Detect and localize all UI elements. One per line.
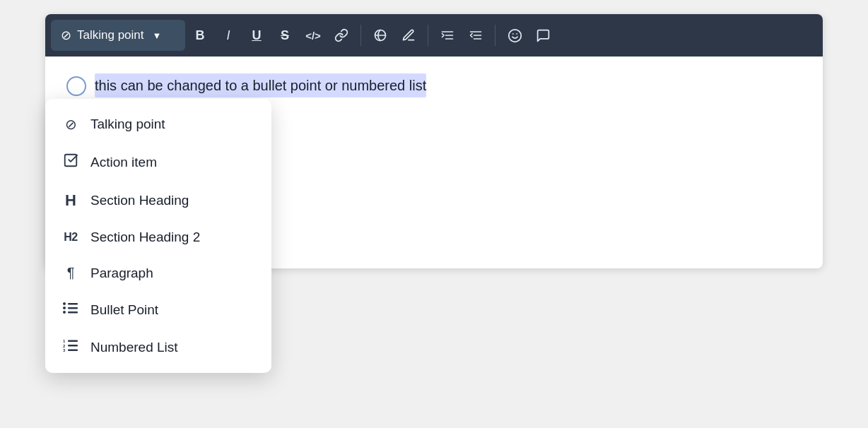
talking-point-label: Talking point [90,117,165,132]
numbered-list-label: Numbered List [90,340,178,355]
svg-rect-20 [68,345,78,347]
talking-point-menu-icon: ⊘ [61,116,81,133]
bullet-point-label: Bullet Point [90,302,158,318]
toolbar-divider-2 [428,25,428,46]
paragraph-label: Paragraph [90,266,153,281]
toolbar: ⊘ Talking point ▼ B I U S </> [45,14,823,57]
color-button[interactable] [367,22,394,49]
svg-point-13 [63,307,66,309]
svg-point-7 [508,29,521,42]
editor-line: this can be changed to a bullet point or… [66,73,802,97]
link-button[interactable] [328,22,355,49]
svg-point-15 [63,311,66,314]
svg-rect-10 [65,155,77,167]
talking-point-icon: ⊘ [61,28,71,43]
italic-button[interactable]: I [215,22,242,49]
paragraph-menu-icon: ¶ [61,265,81,281]
svg-rect-22 [68,350,78,352]
dropdown-item-section-heading-2[interactable]: H2 Section Heading 2 [45,220,271,255]
dropdown-item-bullet-point[interactable]: Bullet Point [45,291,271,328]
svg-text:3: 3 [63,348,66,352]
svg-rect-18 [68,340,78,343]
emoji-button[interactable] [501,22,528,49]
indent-button[interactable] [434,22,461,49]
strikethrough-button[interactable]: S [271,22,298,49]
svg-rect-16 [68,311,78,314]
dropdown-item-section-heading[interactable]: H Section Heading [45,182,271,220]
editor-content[interactable]: this can be changed to a bullet point or… [45,57,823,268]
action-item-label: Action item [90,155,157,170]
chevron-down-icon: ▼ [153,30,162,41]
dropdown-item-talking-point[interactable]: ⊘ Talking point [45,106,271,143]
toolbar-divider-3 [495,25,495,46]
svg-text:2: 2 [63,344,66,348]
svg-point-11 [63,302,66,305]
editor-container: ⊘ Talking point ▼ B I U S </> [45,14,823,268]
section-heading-2-menu-icon: H2 [61,231,81,244]
toolbar-divider-1 [360,25,361,46]
type-selector-button[interactable]: ⊘ Talking point ▼ [51,20,185,51]
comment-button[interactable] [529,22,556,49]
dropdown-item-action-item[interactable]: Action item [45,143,271,182]
section-heading-menu-icon: H [61,191,81,210]
line-bullet-icon [66,76,86,96]
svg-rect-12 [68,303,78,305]
highlight-button[interactable] [395,22,422,49]
svg-rect-14 [68,307,78,309]
dropdown-item-paragraph[interactable]: ¶ Paragraph [45,255,271,291]
action-item-menu-icon [61,153,81,172]
section-heading-2-label: Section Heading 2 [90,230,200,245]
code-button[interactable]: </> [300,22,327,49]
svg-text:1: 1 [63,339,66,343]
type-selector-label: Talking point [77,28,144,42]
underline-button[interactable]: U [243,22,270,49]
line-text[interactable]: this can be changed to a bullet point or… [95,73,426,97]
type-dropdown-menu: ⊘ Talking point Action item H Section He… [45,99,271,373]
bold-button[interactable]: B [187,22,213,49]
numbered-list-menu-icon: 1 2 3 [61,338,81,356]
dropdown-item-numbered-list[interactable]: 1 2 3 Numbered List [45,328,271,366]
bullet-point-menu-icon [61,301,81,319]
outdent-button[interactable] [462,22,489,49]
section-heading-label: Section Heading [90,193,189,208]
